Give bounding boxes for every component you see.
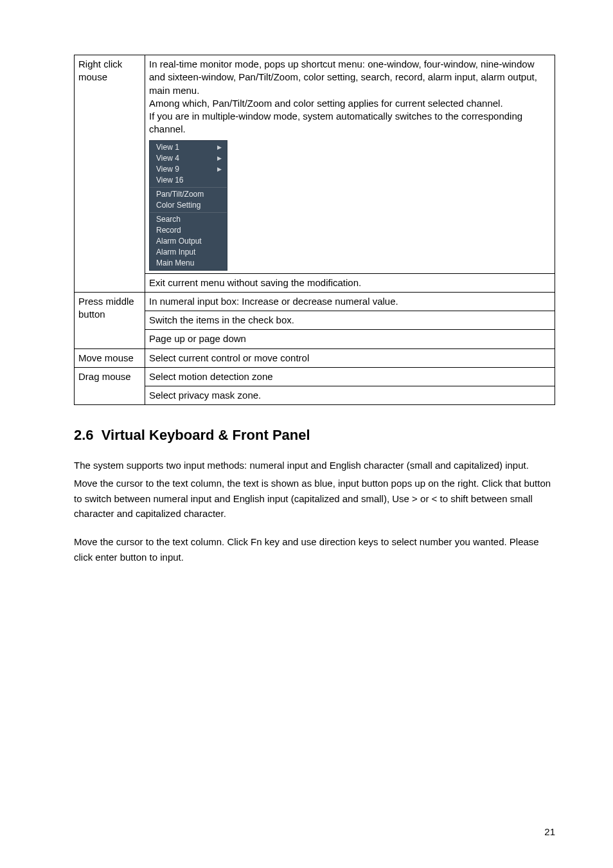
body-paragraph: The system supports two input methods: n… — [74, 458, 555, 473]
menu-item-alarm-input: Alarm Input — [150, 247, 227, 258]
menu-item-label: View 4 — [156, 153, 179, 163]
menu-item-label: Pan/Tilt/Zoom — [156, 189, 204, 199]
table-cell: Exit current menu without saving the mod… — [145, 273, 555, 292]
menu-item-alarm-output: Alarm Output — [150, 236, 227, 247]
menu-group: Search Record Alarm Output Alarm Input M… — [150, 212, 227, 270]
menu-item-view9: View 9▶ — [150, 164, 227, 175]
body-paragraph: Move the cursor to the text column. Clic… — [74, 534, 555, 565]
menu-item-main-menu: Main Menu — [150, 258, 227, 269]
mouse-actions-table: Right click mouse In real-time monitor m… — [74, 55, 555, 405]
menu-item-label: View 16 — [156, 175, 183, 185]
submenu-arrow-icon: ▶ — [217, 154, 222, 162]
menu-item-view1: View 1▶ — [150, 142, 227, 153]
menu-item-view16: View 16 — [150, 175, 227, 186]
menu-item-label: Alarm Output — [156, 236, 202, 246]
cell-paragraph: If you are in multiple-window mode, syst… — [149, 110, 551, 136]
submenu-arrow-icon: ▶ — [217, 143, 222, 151]
table-cell: Select current control or move control — [145, 348, 555, 367]
table-cell: Page up or page down — [145, 330, 555, 348]
menu-item-label: Search — [156, 214, 181, 224]
menu-item-label: Color Setting — [156, 200, 200, 210]
menu-item-view4: View 4▶ — [150, 153, 227, 164]
menu-item-label: Main Menu — [156, 258, 194, 268]
context-menu-image: View 1▶ View 4▶ View 9▶ View 16 Pan/Tilt… — [149, 140, 227, 271]
menu-item-label: Alarm Input — [156, 247, 195, 257]
table-cell-label: Move mouse — [75, 348, 145, 367]
menu-item-ptz: Pan/Tilt/Zoom — [150, 189, 227, 200]
menu-group: View 1▶ View 4▶ View 9▶ View 16 — [150, 141, 227, 187]
menu-item-label: View 9 — [156, 164, 179, 174]
table-cell: Switch the items in the check box. — [145, 311, 555, 330]
table-cell-label: Drag mouse — [75, 367, 145, 405]
table-cell: In real-time monitor mode, pops up short… — [145, 55, 555, 274]
cell-paragraph: In real-time monitor mode, pops up short… — [149, 58, 551, 97]
menu-item-label: Record — [156, 225, 181, 235]
submenu-arrow-icon: ▶ — [217, 165, 222, 173]
table-cell-label: Press middle button — [75, 292, 145, 348]
menu-item-search: Search — [150, 214, 227, 225]
menu-item-record: Record — [150, 225, 227, 236]
body-paragraph: Move the cursor to the text column, the … — [74, 476, 555, 521]
table-cell-label: Right click mouse — [75, 55, 145, 293]
table-cell: Select privacy mask zone. — [145, 386, 555, 405]
table-cell: Select motion detection zone — [145, 367, 555, 386]
section-number: 2.6 — [74, 427, 94, 443]
section-title: Virtual Keyboard & Front Panel — [102, 427, 310, 443]
page-number: 21 — [544, 826, 555, 837]
page: Right click mouse In real-time monitor m… — [0, 0, 613, 868]
section-heading: 2.6 Virtual Keyboard & Front Panel — [74, 427, 555, 444]
cell-paragraph: Among which, Pan/Tilt/Zoom and color set… — [149, 97, 551, 110]
menu-group: Pan/Tilt/Zoom Color Setting — [150, 187, 227, 212]
table-cell: In numeral input box: Increase or decrea… — [145, 292, 555, 311]
menu-item-color-setting: Color Setting — [150, 200, 227, 211]
menu-item-label: View 1 — [156, 142, 179, 152]
